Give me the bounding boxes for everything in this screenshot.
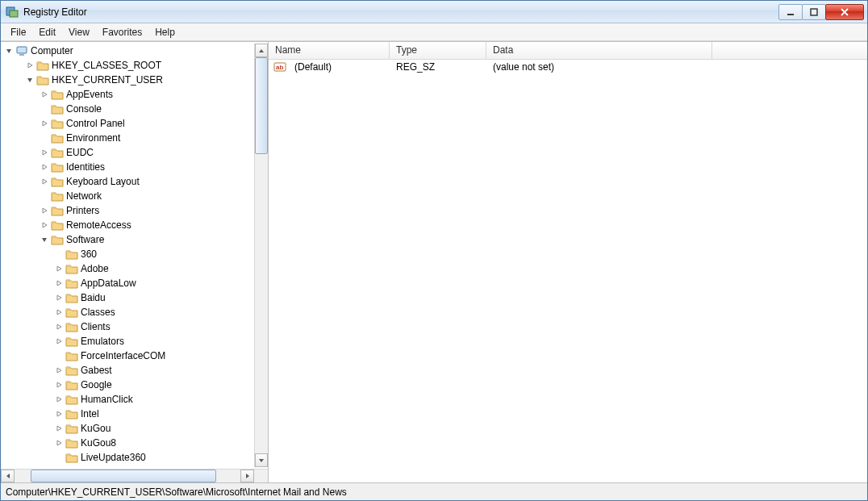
tree-item[interactable]: EUDC <box>1 145 254 160</box>
expander-open-icon[interactable] <box>4 46 14 56</box>
expander-closed-icon[interactable] <box>40 119 49 128</box>
tree-item[interactable]: Environment <box>1 131 254 145</box>
tree-label: Adobe <box>81 263 109 274</box>
menu-help[interactable]: Help <box>148 25 182 40</box>
folder-icon <box>51 175 64 188</box>
scroll-up-arrow-icon[interactable] <box>255 44 268 57</box>
maximize-button[interactable] <box>802 4 826 20</box>
scroll-down-arrow-icon[interactable] <box>255 453 268 467</box>
tree-label: Environment <box>66 132 120 144</box>
expander-closed-icon[interactable] <box>54 336 64 346</box>
expander-closed-icon[interactable] <box>54 438 64 448</box>
expander-closed-icon[interactable] <box>54 307 64 317</box>
tree-vertical-scrollbar[interactable] <box>254 44 268 467</box>
titlebar[interactable]: Registry Editor <box>1 1 867 23</box>
menu-view[interactable]: View <box>62 25 96 40</box>
column-header-data[interactable]: Data <box>486 42 712 59</box>
tree-item[interactable]: Identities <box>1 160 254 174</box>
hscroll-thumb[interactable] <box>31 470 216 482</box>
tree-item[interactable]: Network <box>1 189 254 203</box>
svg-rect-5 <box>19 54 24 56</box>
tree-label: Identities <box>66 161 105 173</box>
expander-closed-icon[interactable] <box>25 61 35 70</box>
expander-closed-icon[interactable] <box>40 206 49 215</box>
menu-file[interactable]: File <box>4 25 32 40</box>
tree-root[interactable]: Computer <box>1 44 254 58</box>
tree-item[interactable]: Baidu <box>1 290 254 305</box>
value-data: (value not set) <box>486 61 561 73</box>
folder-icon <box>65 407 78 420</box>
tree-item[interactable]: Classes <box>1 305 254 319</box>
expander-closed-icon[interactable] <box>40 220 49 230</box>
expander-closed-icon[interactable] <box>54 380 64 390</box>
tree-item[interactable]: AppDataLow <box>1 276 254 290</box>
expander-closed-icon[interactable] <box>54 293 64 303</box>
folder-icon <box>51 190 64 202</box>
window-controls <box>778 4 864 20</box>
tree-item[interactable]: ForceInterfaceCOM <box>1 349 254 363</box>
tree-item[interactable]: RemoteAccess <box>1 218 254 232</box>
expander-closed-icon[interactable] <box>40 162 49 172</box>
tree-item[interactable]: KuGou <box>1 421 254 436</box>
tree-pane: ComputerHKEY_CLASSES_ROOTHKEY_CURRENT_US… <box>1 42 269 482</box>
tree-item[interactable]: Console <box>1 102 254 116</box>
expander-closed-icon[interactable] <box>40 148 49 157</box>
folder-icon <box>65 378 78 391</box>
svg-rect-2 <box>787 14 794 15</box>
scroll-left-arrow-icon[interactable] <box>1 470 15 482</box>
tree-item[interactable]: Google <box>1 378 254 392</box>
window-title: Registry Editor <box>23 6 778 18</box>
tree-item[interactable]: Keyboard Layout <box>1 174 254 189</box>
tree-item[interactable]: Adobe <box>1 261 254 276</box>
menubar: File Edit View Favorites Help <box>1 23 867 41</box>
tree-view[interactable]: ComputerHKEY_CLASSES_ROOTHKEY_CURRENT_US… <box>1 42 268 469</box>
expander-closed-icon[interactable] <box>40 177 49 186</box>
scroll-track[interactable] <box>255 57 268 453</box>
expander-closed-icon[interactable] <box>54 264 64 273</box>
tree-label: Google <box>81 379 112 390</box>
expander-closed-icon[interactable] <box>40 90 49 99</box>
list-item[interactable]: ab (Default) REG_SZ (value not set) <box>269 60 867 74</box>
tree-horizontal-scrollbar[interactable] <box>1 469 268 482</box>
folder-icon <box>51 88 64 101</box>
expander-closed-icon[interactable] <box>54 365 64 375</box>
expander-open-icon[interactable] <box>25 75 35 85</box>
expander-closed-icon[interactable] <box>54 409 64 419</box>
expander-closed-icon[interactable] <box>54 424 64 433</box>
close-button[interactable] <box>825 4 864 20</box>
tree-item[interactable]: HKEY_CLASSES_ROOT <box>1 58 254 73</box>
column-header-name[interactable]: Name <box>269 42 390 59</box>
folder-icon <box>65 436 78 449</box>
menu-favorites[interactable]: Favorites <box>96 25 148 40</box>
expander-open-icon[interactable] <box>40 235 49 244</box>
tree-item[interactable]: Printers <box>1 203 254 218</box>
scroll-thumb[interactable] <box>255 57 268 154</box>
tree-item[interactable]: Emulators <box>1 334 254 349</box>
expander-closed-icon[interactable] <box>54 278 64 288</box>
tree-label: AppEvents <box>66 89 113 100</box>
folder-icon <box>65 364 78 377</box>
expander-closed-icon[interactable] <box>54 395 64 404</box>
tree-item[interactable]: AppEvents <box>1 87 254 102</box>
tree-item[interactable]: Gabest <box>1 363 254 378</box>
menu-edit[interactable]: Edit <box>32 25 62 40</box>
tree-item[interactable]: KuGou8 <box>1 436 254 450</box>
tree-item[interactable]: Intel <box>1 407 254 421</box>
values-list[interactable]: ab (Default) REG_SZ (value not set) <box>269 60 867 482</box>
tree-item[interactable]: Software <box>1 232 254 247</box>
svg-text:ab: ab <box>276 64 283 71</box>
scroll-corner <box>254 470 268 482</box>
column-header-type[interactable]: Type <box>390 42 486 59</box>
tree-item[interactable]: HKEY_CURRENT_USER <box>1 73 254 87</box>
column-header-blank[interactable] <box>712 42 867 59</box>
expander-closed-icon[interactable] <box>54 322 64 332</box>
folder-icon <box>65 277 78 290</box>
tree-item[interactable]: Clients <box>1 319 254 334</box>
tree-item[interactable]: HumanClick <box>1 392 254 407</box>
scroll-right-arrow-icon[interactable] <box>240 470 254 482</box>
hscroll-track[interactable] <box>15 470 240 482</box>
tree-item[interactable]: LiveUpdate360 <box>1 450 254 465</box>
minimize-button[interactable] <box>778 4 803 20</box>
tree-item[interactable]: Control Panel <box>1 116 254 131</box>
tree-item[interactable]: 360 <box>1 247 254 261</box>
